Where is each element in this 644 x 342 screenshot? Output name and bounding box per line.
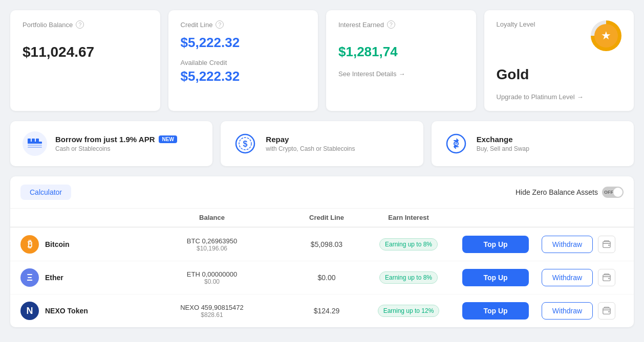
credit-line-card: Credit Line ? $5,222.32 Available Credit… bbox=[168, 10, 318, 111]
borrow-subtitle: Cash or Stablecoins bbox=[55, 145, 177, 152]
topup-button[interactable]: Top Up bbox=[462, 302, 529, 320]
interest-badge: Earning up to 12% bbox=[378, 305, 440, 317]
balance-cell: ETH 0,00000000 $0.00 bbox=[133, 270, 291, 285]
wallet-cell bbox=[598, 269, 624, 286]
col-actions-3 bbox=[598, 213, 624, 223]
balance-cell: BTC 0,26963950 $10,196.06 bbox=[133, 237, 291, 252]
withdraw-button[interactable]: Withdraw bbox=[542, 236, 593, 253]
portfolio-label: Portfolio Balance ? bbox=[23, 20, 148, 29]
credit-line-cell: $0.00 bbox=[291, 273, 362, 282]
repay-icon: $ bbox=[233, 131, 257, 156]
loyalty-header: Loyalty Level ★ bbox=[497, 20, 622, 51]
borrow-icon bbox=[23, 131, 47, 156]
wallet-cell bbox=[598, 302, 624, 320]
withdraw-button[interactable]: Withdraw bbox=[542, 269, 593, 286]
loyalty-level-value: Gold bbox=[497, 66, 622, 83]
wallet-icon-button[interactable] bbox=[598, 269, 615, 286]
table-column-headers: Balance Credit Line Earn Interest bbox=[10, 209, 634, 227]
withdraw-cell: Withdraw bbox=[536, 236, 598, 253]
loyalty-badge: ★ bbox=[591, 20, 621, 51]
svg-rect-15 bbox=[603, 275, 610, 281]
repay-title: Repay bbox=[266, 135, 355, 144]
col-asset bbox=[20, 213, 133, 223]
calculator-button[interactable]: Calculator bbox=[20, 185, 71, 200]
available-credit-label: Available Credit bbox=[181, 59, 306, 66]
balance-usd: $828.61 bbox=[133, 311, 291, 318]
wallet-icon-button[interactable] bbox=[598, 302, 615, 320]
balance-usd: $10,196.06 bbox=[133, 245, 291, 252]
withdraw-button[interactable]: Withdraw bbox=[542, 302, 593, 320]
withdraw-cell: Withdraw bbox=[536, 302, 598, 320]
col-earn-interest: Earn Interest bbox=[362, 209, 455, 226]
new-badge: NEW bbox=[159, 135, 177, 143]
topup-cell: Top Up bbox=[455, 236, 536, 253]
asset-name-cell: Ξ Ether bbox=[20, 268, 133, 287]
svg-rect-13 bbox=[603, 242, 610, 248]
svg-text:+: + bbox=[455, 141, 457, 146]
interest-help-icon[interactable]: ? bbox=[387, 20, 395, 29]
exchange-info: Exchange Buy, Sell and Swap bbox=[477, 135, 529, 152]
svg-rect-3 bbox=[28, 147, 42, 148]
asset-name-nexo: NEXO Token bbox=[45, 307, 88, 315]
table-row: Ξ Ether ETH 0,00000000 $0.00 $0.00 Earni… bbox=[10, 261, 634, 294]
table-row: ₿ Bitcoin BTC 0,26963950 $10,196.06 $5,0… bbox=[10, 227, 634, 261]
credit-help-icon[interactable]: ? bbox=[216, 20, 224, 29]
asset-rows-container: ₿ Bitcoin BTC 0,26963950 $10,196.06 $5,0… bbox=[10, 227, 634, 327]
svg-point-14 bbox=[608, 244, 610, 246]
topup-button[interactable]: Top Up bbox=[462, 269, 529, 286]
assets-table: Calculator Hide Zero Balance Assets OFF … bbox=[10, 176, 634, 327]
portfolio-help-icon[interactable]: ? bbox=[76, 20, 84, 29]
svg-point-18 bbox=[608, 311, 610, 312]
asset-name-btc: Bitcoin bbox=[45, 240, 69, 248]
asset-name-eth: Ether bbox=[45, 273, 63, 282]
col-actions-1 bbox=[455, 213, 536, 223]
credit-line-cell: $124.29 bbox=[291, 307, 362, 315]
svg-rect-5 bbox=[32, 139, 35, 144]
exchange-subtitle: Buy, Sell and Swap bbox=[477, 145, 529, 152]
hide-zero-label: Hide Zero Balance Assets bbox=[516, 188, 598, 196]
asset-icon-nexo: N bbox=[20, 302, 39, 320]
upgrade-loyalty-link[interactable]: Upgrade to Platinum Level → bbox=[497, 93, 622, 101]
borrow-info: Borrow from just 1.9% APR NEW Cash or St… bbox=[55, 135, 177, 152]
balance-crypto: BTC 0,26963950 bbox=[133, 237, 291, 245]
exchange-feature-card[interactable]: + Exchange Buy, Sell and Swap bbox=[432, 121, 634, 166]
svg-text:$: $ bbox=[243, 140, 248, 148]
earn-interest-cell: Earning up to 8% bbox=[362, 238, 455, 250]
asset-icon-eth: Ξ bbox=[20, 268, 39, 287]
exchange-icon: + bbox=[444, 131, 468, 156]
svg-point-16 bbox=[608, 278, 610, 279]
borrow-feature-card[interactable]: Borrow from just 1.9% APR NEW Cash or St… bbox=[10, 121, 212, 166]
asset-name-cell: ₿ Bitcoin bbox=[20, 235, 133, 254]
hide-zero-assets-toggle: Hide Zero Balance Assets OFF bbox=[516, 187, 624, 198]
repay-feature-card[interactable]: $ Repay with Crypto, Cash or Stablecoins bbox=[221, 121, 423, 166]
exchange-title: Exchange bbox=[477, 135, 529, 144]
svg-rect-4 bbox=[28, 139, 31, 144]
toggle-off-text: OFF bbox=[604, 190, 613, 195]
wallet-cell bbox=[598, 236, 624, 253]
interest-badge: Earning up to 8% bbox=[379, 238, 438, 250]
portfolio-balance-card: Portfolio Balance ? $11,024.67 bbox=[10, 10, 160, 111]
topup-cell: Top Up bbox=[455, 302, 536, 320]
interest-badge: Earning up to 8% bbox=[379, 271, 438, 284]
topup-button[interactable]: Top Up bbox=[462, 236, 529, 253]
credit-line-cell: $5,098.03 bbox=[291, 240, 362, 248]
credit-value: $5,222.32 bbox=[181, 35, 306, 51]
table-header: Calculator Hide Zero Balance Assets OFF bbox=[10, 176, 634, 209]
interest-label: Interest Earned ? bbox=[338, 20, 464, 29]
portfolio-value: $11,024.67 bbox=[23, 44, 148, 60]
wallet-icon-button[interactable] bbox=[598, 236, 615, 253]
repay-subtitle: with Crypto, Cash or Stablecoins bbox=[266, 145, 355, 152]
interest-earned-card: Interest Earned ? $1,281,74 See Interest… bbox=[326, 10, 476, 111]
withdraw-cell: Withdraw bbox=[536, 269, 598, 286]
interest-value: $1,281,74 bbox=[338, 44, 464, 60]
balance-usd: $0.00 bbox=[133, 278, 291, 285]
svg-rect-17 bbox=[603, 308, 610, 314]
see-interest-details-link[interactable]: See Interest Details → bbox=[338, 70, 464, 78]
hide-zero-toggle[interactable]: OFF bbox=[602, 187, 624, 198]
loyalty-star-icon: ★ bbox=[594, 24, 618, 48]
table-row: N NEXO Token NEXO 459,90815472 $828.61 $… bbox=[10, 294, 634, 327]
svg-rect-2 bbox=[28, 145, 42, 146]
borrow-title: Borrow from just 1.9% APR NEW bbox=[55, 135, 177, 144]
earn-interest-cell: Earning up to 8% bbox=[362, 271, 455, 284]
asset-icon-btc: ₿ bbox=[20, 235, 39, 254]
